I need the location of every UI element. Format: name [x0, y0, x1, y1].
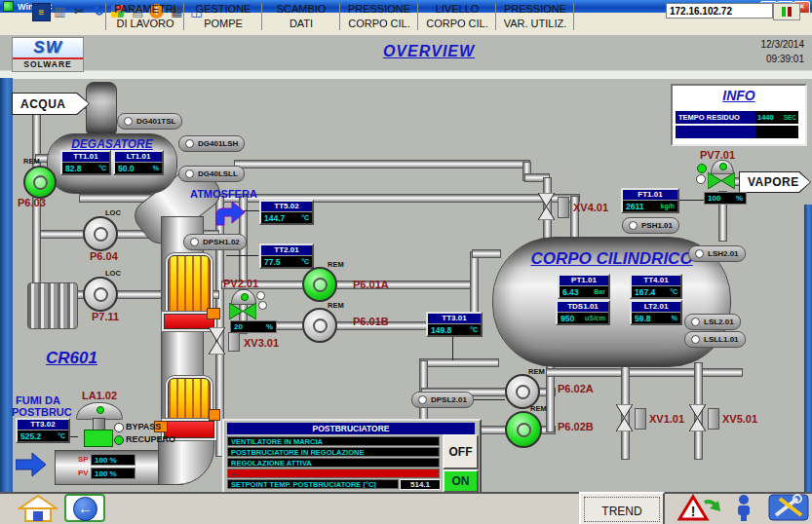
pb-status-3: REGOLAZIONE ATTIVA [227, 458, 440, 468]
alarm-page-button[interactable]: ! [677, 493, 720, 522]
pb-on-button[interactable]: ON [443, 469, 479, 493]
dg401tsl-label: DG401TSL [136, 117, 175, 126]
ft101-display: FT1.01 2611kg/h [621, 188, 679, 213]
pb-status-1: VENTILATORE IN MARCIA [227, 436, 440, 446]
nav-pressione-corpo-cil[interactable]: PRESSIONE CORPO CIL. [341, 2, 417, 31]
nav-parametri-di-lavoro[interactable]: PARAMETRI DI LAVORO [107, 2, 183, 31]
pb-setpoint-label: SETPOINT TEMP. POSTBRUCIATORE [°C] [227, 479, 399, 489]
tt101-value: 82.8 [65, 164, 82, 173]
info-row2-value-cell [755, 126, 798, 138]
lsh201-pill: LSH2.01 [688, 245, 746, 262]
header-divider [0, 70, 812, 79]
lead-tt201 [226, 255, 258, 256]
close-connection-icon[interactable]: ✂ [71, 3, 88, 19]
info-panel: INFO TEMPO RESIDUO 1440 SEC [671, 84, 807, 146]
pt101-value: 6.43 [562, 287, 579, 297]
desktop-strip-right [804, 205, 812, 492]
pb-status-2: POSTBRUCIATORE IN REGOLAZIONE [227, 447, 440, 457]
page-title: OVERVIEW [346, 43, 512, 60]
acqua-text: ACQUA [13, 94, 89, 114]
dpsl201-label: DPSL2.01 [431, 395, 467, 404]
fumi-label-line1: FUMI DA [16, 394, 60, 406]
la102-valve-body[interactable] [84, 430, 113, 447]
home-button[interactable] [18, 495, 58, 522]
lt201-value: 59.8 [635, 314, 651, 323]
pump-p601b[interactable] [302, 308, 337, 343]
lsll101-pill: LSLL1.01 [684, 331, 746, 348]
pv-value-text: 100 % [95, 469, 117, 478]
bypass-radio[interactable] [114, 423, 124, 432]
lt101-display: LT1.01 50.0% [113, 150, 164, 175]
status-green-bar [782, 7, 786, 17]
back-button[interactable]: ← [64, 494, 105, 522]
pump-p604[interactable] [83, 216, 118, 251]
vnc-session-icon[interactable]: ≡ [32, 3, 51, 21]
lsl201-label: LSL2.01 [704, 318, 734, 326]
dg401tsl-pill: DG401TSL [117, 113, 182, 130]
vapore-arrow-label: VAPORE [739, 171, 811, 193]
xv401-valve[interactable] [538, 193, 555, 220]
tt101-tag: TT1.01 [62, 152, 109, 163]
inlet-vessel[interactable] [86, 82, 117, 134]
burner-lower-nozzle-right [209, 409, 220, 421]
vapore-text: VAPORE [740, 172, 810, 192]
tt401-tag: TT4.01 [632, 276, 680, 286]
nav-scambio-dati[interactable]: SCAMBIO DATI [263, 2, 339, 31]
xv101-actuator [635, 408, 646, 430]
tds101-value: 950 [561, 314, 574, 323]
tt201-tag: TT2.01 [261, 245, 312, 256]
pb-setpoint-value: 514.1 [400, 479, 441, 490]
tt301-value: 149.8 [431, 325, 451, 335]
pv701-valve[interactable] [708, 172, 735, 189]
p601b-mode: REM [328, 301, 344, 310]
nav-pressione-var-utiliz[interactable]: PRESSIONE VAR. UTILIZ. [497, 2, 573, 31]
xv301-valve[interactable] [209, 327, 225, 355]
burner-upper [168, 255, 211, 318]
nav-livello-corpo-cil[interactable]: LIVELLO CORPO CIL. [419, 2, 495, 31]
heat-exchanger-coil [27, 282, 78, 329]
nav-trend-button[interactable]: TREND [579, 492, 665, 524]
tt502-display: TT5.02 144.7°C [259, 200, 314, 225]
time-label: 09:39:01 [766, 54, 804, 64]
xv501-actuator [708, 408, 719, 430]
pv701-tag: PV7.01 [700, 149, 735, 161]
settings-page-button[interactable] [768, 493, 809, 522]
pv201-indicator-1 [256, 291, 265, 300]
tt301-display: TT3.01 149.8°C [426, 312, 483, 337]
nav-4-line1: LIVELLO [419, 2, 495, 17]
nav-5-line1: PRESSIONE [497, 2, 573, 17]
dpsl201-pill: DPSL2.01 [411, 392, 474, 408]
logo-sw-text: SW [13, 38, 83, 57]
lt201-unit: % [672, 315, 677, 321]
xv501-valve[interactable] [689, 404, 706, 431]
pb-alarm-row: --- [227, 468, 440, 478]
xv101-valve[interactable] [616, 404, 633, 431]
pv201-valve[interactable] [229, 303, 256, 319]
pb-off-button[interactable]: OFF [443, 434, 479, 469]
operator-page-button[interactable] [731, 493, 756, 522]
tt301-unit: °C [470, 326, 478, 333]
lsl201-pill: LSL2.01 [684, 314, 741, 330]
pump-p601a[interactable] [302, 267, 337, 302]
dpsh102-label: DPSH1.02 [203, 238, 240, 246]
lt101-unit: % [153, 165, 159, 171]
ip-address-field[interactable] [666, 3, 773, 19]
p602b-mode: REM [530, 404, 547, 413]
tt401-unit: °C [670, 288, 677, 295]
pump-p602b[interactable] [505, 411, 542, 448]
degasatore-title: DEGASATORE [48, 137, 176, 151]
new-connection-icon[interactable]: ▥ [52, 3, 68, 19]
lt201-display: LT2.01 59.8% [630, 300, 682, 325]
p603-mode: REM [23, 157, 40, 166]
svg-text:!: ! [691, 504, 696, 519]
p602b-tag: P6.02B [558, 421, 594, 432]
recupero-radio[interactable] [114, 435, 124, 445]
p604-tag: P6.04 [90, 250, 118, 262]
pump-p603[interactable] [23, 166, 57, 199]
dg401lsh-label: DG401LSH [198, 139, 238, 148]
p711-tag: P7.11 [92, 311, 119, 322]
nav-gestione-pompe[interactable]: GESTIONE POMPE [185, 2, 261, 31]
pump-p711[interactable] [83, 277, 118, 312]
pv201-tag: PV2.01 [223, 278, 258, 289]
p604-mode: LOC [105, 208, 121, 217]
